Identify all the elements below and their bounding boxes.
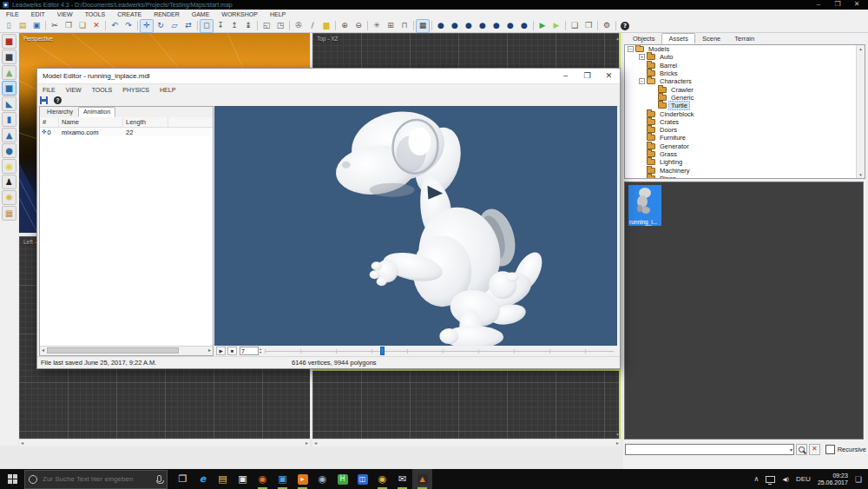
edge-button[interactable]: e <box>193 469 213 489</box>
model-editor-tab-hierarchy[interactable]: Hierarchy <box>42 107 78 117</box>
stop-button[interactable]: ■ <box>227 347 237 355</box>
delete-button[interactable]: ✕ <box>89 19 103 33</box>
csg-subtract-tool-button[interactable]: ■ <box>2 50 16 64</box>
close-button[interactable]: ✕ <box>847 0 866 10</box>
firefox-button[interactable]: ◉ <box>253 469 273 489</box>
recursive-checkbox[interactable] <box>825 445 835 454</box>
select-rect-button[interactable]: ◻ <box>200 19 214 33</box>
new-file-button[interactable]: ▯ <box>2 19 16 33</box>
tree-item-cinderblock[interactable]: Cinderblock <box>625 109 865 117</box>
model-editor-menu-view[interactable]: VIEW <box>61 85 87 95</box>
photos-button[interactable]: ▣ <box>273 469 293 489</box>
model-editor-minimize-button[interactable]: – <box>555 69 576 83</box>
model-editor-close-button[interactable]: ✕ <box>598 69 620 83</box>
tree-item-barrel[interactable]: Barrel <box>625 62 865 69</box>
help-icon[interactable]: ? <box>54 96 62 104</box>
expand-toggle[interactable]: + <box>639 54 645 60</box>
window-mode-button[interactable]: ❒ <box>582 19 595 33</box>
options-button[interactable]: ⚙ <box>600 19 614 33</box>
dropdown-arrow-icon[interactable]: ▾ <box>790 446 792 453</box>
tree-item-turtle[interactable]: Turtle <box>625 102 865 109</box>
lock-button[interactable]: ▆ <box>319 19 333 33</box>
menu-workshop[interactable]: WORKSHOP <box>215 10 264 19</box>
search-button[interactable] <box>796 444 807 455</box>
scrollbar-thumb[interactable] <box>47 347 179 354</box>
line-tool-button[interactable]: ∕ <box>306 19 319 33</box>
tree-item-auto[interactable]: +Auto <box>625 53 865 61</box>
blue-app-button[interactable]: ◫ <box>352 469 372 489</box>
open-file-button[interactable]: ▤ <box>16 19 30 33</box>
carve-button[interactable]: ◱ <box>260 19 273 33</box>
minimize-button[interactable]: – <box>809 0 828 10</box>
column-length[interactable]: Length <box>123 117 168 127</box>
column-index[interactable]: # <box>40 117 59 127</box>
menu-create[interactable]: CREATE <box>111 10 148 19</box>
tab-assets[interactable]: Assets <box>661 33 695 44</box>
light-tool-button[interactable]: ◉ <box>2 159 16 174</box>
tray-chevron-icon[interactable]: ∧ <box>754 475 760 483</box>
timeline-thumb[interactable] <box>380 347 385 355</box>
taskbar-search[interactable] <box>24 470 168 489</box>
tree-item-crates[interactable]: Crates <box>625 118 865 126</box>
clear-search-button[interactable]: ✕ <box>809 444 820 455</box>
render-mode-5-button[interactable]: ● <box>490 19 503 33</box>
run-game-button[interactable]: ▶ <box>536 19 549 33</box>
render-mode-6-button[interactable]: ● <box>503 19 517 33</box>
grid-button[interactable]: ▦ <box>416 19 430 33</box>
render-mode-1-button[interactable]: ● <box>434 19 448 33</box>
raise-button[interactable]: ↥ <box>227 19 241 33</box>
viewport-left-hscrollbar[interactable]: ◂▸ <box>19 439 310 446</box>
menu-edit[interactable]: EDIT <box>25 10 51 19</box>
tab-scene[interactable]: Scene <box>695 33 727 44</box>
network-icon[interactable] <box>766 476 775 483</box>
file-explorer-button[interactable]: ▤ <box>213 469 233 489</box>
taskbar-search-input[interactable] <box>41 474 155 484</box>
entity-tool-button[interactable]: ♟ <box>2 175 16 189</box>
render-mode-2-button[interactable]: ● <box>448 19 462 33</box>
tree-item-models[interactable]: −Models <box>625 45 865 53</box>
expand-button[interactable]: ✳ <box>370 19 384 33</box>
tab-terrain[interactable]: Terrain <box>727 33 761 44</box>
volume-icon[interactable]: ◀) <box>782 476 789 483</box>
asset-tree-scrollbar[interactable]: ▴ ▾ <box>856 45 865 178</box>
asset-thumbnail-running-inplace[interactable]: running_i... <box>628 185 661 226</box>
menu-render[interactable]: RENDER <box>148 10 186 19</box>
save-button[interactable]: ▣ <box>30 19 43 33</box>
steam-button[interactable]: ◉ <box>312 469 332 489</box>
h-app-button[interactable]: H <box>332 469 352 489</box>
menu-help[interactable]: HELP <box>264 10 292 19</box>
paste-button[interactable]: ❏ <box>76 19 89 33</box>
cut-button[interactable]: ✂ <box>48 19 62 33</box>
model-editor-tab-animation[interactable]: Animation <box>78 107 115 117</box>
brush-tool-button[interactable]: ■ <box>2 34 16 49</box>
menu-view[interactable]: VIEW <box>51 10 79 19</box>
menu-tools[interactable]: TOOLS <box>79 10 112 19</box>
wedge-primitive-button[interactable]: ◣ <box>2 96 16 111</box>
render-mode-3-button[interactable]: ● <box>462 19 476 33</box>
move-button[interactable]: ✛ <box>140 19 154 33</box>
flashlight-button[interactable]: ✇ <box>292 19 306 33</box>
menu-game[interactable]: GAME <box>186 10 216 19</box>
store-button[interactable]: ▣ <box>233 469 253 489</box>
cone-primitive-button[interactable]: ▲ <box>2 128 16 142</box>
frame-input[interactable] <box>240 347 259 355</box>
leadwerks-button[interactable]: ▲ <box>412 469 432 489</box>
undo-button[interactable]: ↶ <box>108 19 122 33</box>
tree-item-generator[interactable]: Generator <box>625 142 865 150</box>
snap-button[interactable]: ⊓ <box>398 19 411 33</box>
zoom-in-button[interactable]: ⊕ <box>338 19 352 33</box>
model-editor-menu-tools[interactable]: TOOLS <box>87 85 118 95</box>
help-button[interactable]: ? <box>618 19 632 33</box>
menu-file[interactable]: FILE <box>0 10 25 19</box>
copy-button[interactable]: ❐ <box>62 19 76 33</box>
tree-item-lighting[interactable]: Lighting <box>625 158 865 166</box>
scale-button[interactable]: ▱ <box>168 19 181 33</box>
prefab-tool-button[interactable]: ▦ <box>2 206 16 221</box>
rotate-button[interactable]: ↻ <box>154 19 168 33</box>
cylinder-primitive-button[interactable]: ▮ <box>2 112 16 127</box>
asset-search-combobox[interactable]: ▾ <box>625 444 794 455</box>
render-mode-7-button[interactable]: ● <box>517 19 531 33</box>
hollow-button[interactable]: ◳ <box>273 19 287 33</box>
tab-objects[interactable]: Objects <box>626 33 661 44</box>
terrain-tool-button[interactable]: ▲ <box>2 65 16 80</box>
